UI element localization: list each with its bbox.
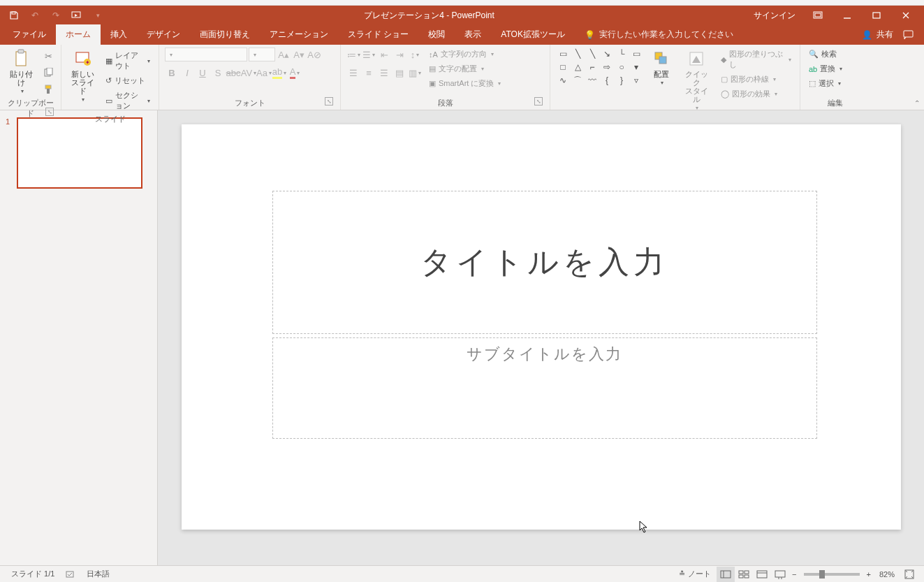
shape-line-icon[interactable]: ╲ <box>571 48 585 60</box>
paragraph-launcher-icon[interactable]: ⤡ <box>534 97 543 106</box>
line-spacing-icon[interactable]: ↕ <box>408 48 422 61</box>
slide-thumbnail-1[interactable] <box>17 117 142 189</box>
tab-design[interactable]: デザイン <box>137 24 190 45</box>
layout-button[interactable]: ▦レイアウト <box>103 49 153 73</box>
shape-connector-icon[interactable]: └ <box>615 48 629 60</box>
clear-formatting-icon[interactable]: A⊘ <box>307 48 321 61</box>
copy-icon[interactable] <box>41 66 55 80</box>
ribbon-display-icon[interactable] <box>804 6 832 25</box>
italic-icon[interactable]: I <box>180 66 194 80</box>
shape-circle-icon[interactable]: ○ <box>615 61 629 73</box>
quick-styles-button[interactable]: クイック スタイル <box>680 48 714 112</box>
section-button[interactable]: ▭セクション <box>103 89 153 112</box>
font-launcher-icon[interactable]: ⤡ <box>325 97 333 106</box>
tab-transitions[interactable]: 画面切り替え <box>190 24 260 45</box>
tab-file[interactable]: ファイル <box>3 24 56 45</box>
tab-atok[interactable]: ATOK拡張ツール <box>491 24 575 45</box>
shape-square-icon[interactable]: □ <box>556 61 570 73</box>
tab-home[interactable]: ホーム <box>56 24 101 45</box>
format-painter-icon[interactable] <box>41 82 55 96</box>
shape-rect-icon[interactable]: ▭ <box>556 48 570 60</box>
shape-more2-icon[interactable]: ▿ <box>629 74 643 87</box>
find-button[interactable]: 🔍検索 <box>806 48 839 61</box>
spell-check-icon[interactable] <box>60 569 81 579</box>
shapes-gallery[interactable]: ▭ ╲ ╲ ↘ └ ▭ □ △ ⌐ ⇨ ○ ▾ ∿ ⌒ 〰 { } <box>556 48 643 87</box>
signin-button[interactable]: サインイン <box>747 6 802 25</box>
close-icon[interactable] <box>892 6 920 25</box>
normal-view-icon[interactable] <box>717 567 735 582</box>
tab-insert[interactable]: 挿入 <box>101 24 137 45</box>
align-left-icon[interactable]: ☰ <box>346 66 360 80</box>
decrease-indent-icon[interactable]: ⇤ <box>377 48 391 61</box>
tab-review[interactable]: 校閲 <box>418 24 455 45</box>
maximize-icon[interactable] <box>863 6 890 25</box>
language-status[interactable]: 日本語 <box>81 569 115 579</box>
shape-wave-icon[interactable]: 〰 <box>585 74 599 87</box>
shadow-icon[interactable]: S <box>211 66 225 80</box>
zoom-level[interactable]: 82% <box>874 570 900 579</box>
align-text-button[interactable]: ▤文字の配置 <box>426 62 504 75</box>
tab-view[interactable]: 表示 <box>455 24 491 45</box>
clipboard-launcher-icon[interactable]: ⤡ <box>45 108 54 116</box>
change-case-icon[interactable]: Aa <box>257 66 271 80</box>
qat-dropdown-icon[interactable]: ▾ <box>91 8 105 22</box>
font-family-combo[interactable] <box>165 48 247 61</box>
save-icon[interactable] <box>7 8 21 22</box>
shape-more1-icon[interactable]: ▾ <box>629 61 643 73</box>
strikethrough-icon[interactable]: abc <box>226 66 240 80</box>
shape-rect2-icon[interactable]: ▭ <box>629 48 643 60</box>
shape-triangle-icon[interactable]: △ <box>571 61 585 73</box>
minimize-icon[interactable] <box>833 6 861 25</box>
shape-effects-button[interactable]: ◯図形の効果 <box>718 87 794 101</box>
zoom-slider[interactable] <box>804 573 860 576</box>
increase-indent-icon[interactable]: ⇥ <box>393 48 406 61</box>
slideshow-view-icon[interactable] <box>771 567 789 582</box>
shape-outline-button[interactable]: ▢図形の枠線 <box>718 73 794 86</box>
justify-icon[interactable]: ▤ <box>393 66 406 80</box>
new-slide-button[interactable]: ✦ 新しい スライド <box>67 48 98 104</box>
align-right-icon[interactable]: ☰ <box>377 66 391 80</box>
start-from-beginning-icon[interactable] <box>70 8 84 22</box>
shape-curve-icon[interactable]: ∿ <box>556 74 570 87</box>
sorter-view-icon[interactable] <box>735 567 753 582</box>
shape-brace-l-icon[interactable]: { <box>600 74 614 87</box>
slide-count[interactable]: スライド 1/1 <box>6 569 60 579</box>
slide-edit-area[interactable]: タイトルを入力 サブタイトルを入力 <box>158 110 924 565</box>
share-button[interactable]: 👤 共有 <box>862 29 893 41</box>
shape-arrow-icon[interactable]: ↘ <box>600 48 614 60</box>
decrease-font-icon[interactable]: A▾ <box>292 48 306 61</box>
arrange-button[interactable]: 配置 <box>647 48 675 87</box>
highlight-color-icon[interactable]: ab <box>272 66 286 80</box>
numbering-icon[interactable]: ☰ <box>362 48 376 61</box>
char-spacing-icon[interactable]: AV <box>242 66 256 80</box>
align-center-icon[interactable]: ≡ <box>362 66 376 80</box>
title-placeholder[interactable]: タイトルを入力 <box>272 191 817 334</box>
font-color-icon[interactable]: A <box>288 66 302 80</box>
notes-button[interactable]: ≛ ノート <box>673 569 717 579</box>
shape-line2-icon[interactable]: ╲ <box>585 48 599 60</box>
increase-font-icon[interactable]: A▴ <box>277 48 291 61</box>
cut-icon[interactable]: ✂ <box>41 49 55 63</box>
bullets-icon[interactable]: ≔ <box>346 48 360 61</box>
redo-icon[interactable]: ↷ <box>49 8 63 22</box>
fit-to-window-icon[interactable] <box>900 567 918 582</box>
shape-connector2-icon[interactable]: ⌒ <box>571 74 585 87</box>
text-direction-button[interactable]: ↕A文字列の方向 <box>426 48 504 61</box>
columns-icon[interactable]: ▥ <box>408 66 422 80</box>
tell-me-input[interactable]: 💡 実行したい作業を入力してください <box>575 29 743 45</box>
comments-icon[interactable] <box>903 30 914 40</box>
smartart-button[interactable]: ▣SmartArt に変換 <box>426 77 504 90</box>
shape-arrow2-icon[interactable]: ⇨ <box>600 61 614 73</box>
reset-button[interactable]: ↺リセット <box>103 74 153 87</box>
subtitle-placeholder[interactable]: サブタイトルを入力 <box>272 337 817 439</box>
select-button[interactable]: ⬚選択 <box>806 77 844 90</box>
shape-fill-button[interactable]: ◆図形の塗りつぶし <box>718 48 794 71</box>
underline-icon[interactable]: U <box>196 66 210 80</box>
paste-button[interactable]: 貼り付け <box>6 48 37 96</box>
slide-canvas[interactable]: タイトルを入力 サブタイトルを入力 <box>182 124 901 530</box>
tab-animations[interactable]: アニメーション <box>260 24 338 45</box>
reading-view-icon[interactable] <box>753 567 771 582</box>
zoom-out-icon[interactable]: − <box>789 570 799 579</box>
collapse-ribbon-icon[interactable]: ⌃ <box>914 99 920 107</box>
zoom-in-icon[interactable]: + <box>864 570 874 579</box>
